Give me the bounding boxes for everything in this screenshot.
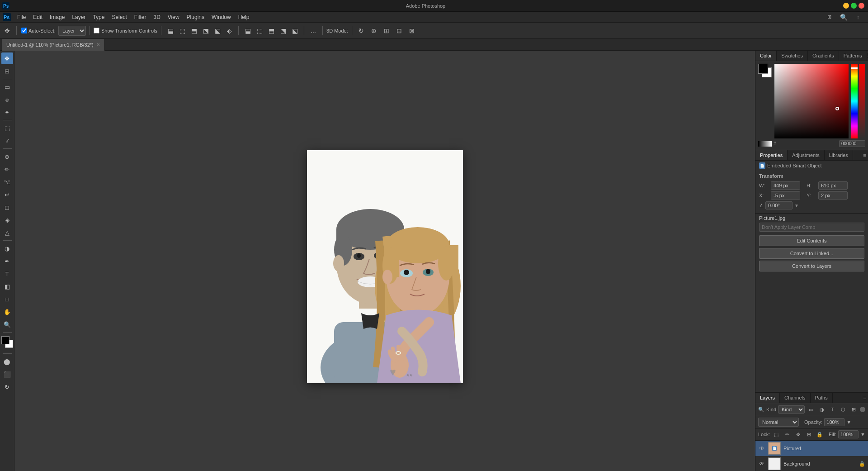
blend-mode-select[interactable]: Normal Dissolve Multiply [758,418,799,427]
workspace-icon[interactable]: ⊞ [824,12,835,23]
move-tool-button[interactable]: ✥ [1,52,13,64]
convert-to-linked-button[interactable]: Convert to Linked... [759,248,864,259]
align-right-button[interactable]: ⬖ [224,25,235,36]
artboard-tool-button[interactable]: ⊞ [1,65,13,77]
height-input[interactable] [818,181,848,190]
spot-heal-button[interactable]: ⊕ [1,151,13,162]
angle-input[interactable] [765,201,793,209]
menu-filter[interactable]: Filter [131,12,150,22]
gradients-tab[interactable]: Gradients [808,51,839,61]
fill-input[interactable] [838,430,859,438]
lock-position-button[interactable]: ✥ [793,430,802,439]
distribute-bottom-button[interactable]: ⬒ [266,25,277,36]
3d-pan-button[interactable]: ⊞ [381,25,392,36]
align-bottom-button[interactable]: ⬒ [189,25,199,36]
maximize-button[interactable] [851,3,857,9]
dodge-tool-button[interactable]: ◑ [1,243,13,254]
align-left-button[interactable]: ⬔ [200,25,211,36]
menu-3d[interactable]: 3D [150,12,164,22]
pen-tool-button[interactable]: ✒ [1,255,13,267]
edit-contents-button[interactable]: Edit Contents [759,235,864,246]
align-middle-button[interactable]: ⬚ [177,25,188,36]
paths-tab[interactable]: Paths [811,393,833,403]
y-input[interactable] [818,191,848,200]
share-icon[interactable]: ↑ [853,12,863,23]
layer-visibility-picture1[interactable]: 👁 [758,445,765,452]
3d-slide-button[interactable]: ⊟ [394,25,405,36]
gradient-saturation-field[interactable] [774,64,849,138]
layer-visibility-background[interactable]: 👁 [758,460,765,467]
minimize-button[interactable] [843,3,849,9]
color-gradient-picker[interactable] [774,64,849,138]
width-input[interactable] [771,181,800,190]
3d-scale-button[interactable]: ⊠ [406,25,417,36]
layer-item-picture1[interactable]: 👁 📄 Picture1 [755,441,868,456]
menu-select[interactable]: Select [108,12,130,22]
opacity-arrow[interactable]: ▼ [846,419,851,425]
convert-to-layers-button[interactable]: Convert to Layers [759,261,864,271]
distribute-vert-button[interactable]: ⬚ [254,25,265,36]
crop-tool-button[interactable]: ⬚ [1,122,13,134]
filter-kind-select[interactable]: Kind [778,405,805,414]
filter-smart-icon[interactable]: ⊞ [849,405,859,414]
color-tab[interactable]: Color [755,51,777,61]
menu-plugins[interactable]: Plugins [183,12,208,22]
rotate-view-button[interactable]: ↻ [1,381,13,393]
brush-tool-button[interactable]: ✏ [1,163,13,175]
type-tool-button[interactable]: T [1,268,13,280]
lock-paint-button[interactable]: ✏ [783,430,792,439]
gradient-tool-button[interactable]: ◈ [1,214,13,226]
lock-artboard-button[interactable]: ⊞ [804,430,813,439]
alpha-strip[interactable] [859,64,865,138]
distribute-left-button[interactable]: ⬔ [278,25,288,36]
3d-orbit-button[interactable]: ⊕ [368,25,379,36]
close-button[interactable] [859,3,864,9]
adjustments-tab[interactable]: Adjustments [788,150,825,160]
hue-strip[interactable] [851,64,858,138]
foreground-color-box[interactable] [758,64,768,74]
search-icon[interactable]: 🔍 [838,12,849,23]
align-top-button[interactable]: ⬓ [165,25,176,36]
tab-close-icon[interactable]: ✕ [96,42,100,47]
lasso-tool-button[interactable]: ⌾ [1,94,13,105]
menu-type[interactable]: Type [89,12,108,22]
menu-edit[interactable]: Edit [29,12,46,22]
menu-file[interactable]: File [14,12,29,22]
layers-panel-collapse[interactable]: ≡ [861,395,868,400]
lock-all-button[interactable]: 🔒 [815,430,824,439]
eraser-tool-button[interactable]: ◻ [1,201,13,213]
3d-rotate-button[interactable]: ↻ [356,25,367,36]
show-transform-checkbox[interactable] [94,28,99,33]
filter-pixel-icon[interactable]: ▭ [807,405,816,414]
x-input[interactable] [771,191,800,200]
properties-tab[interactable]: Properties [755,150,788,160]
screen-mode-button[interactable]: ⬛ [1,368,13,380]
document-tab[interactable]: Untitled-1 @ 110% (Picture1, RGB/32*) ✕ [2,39,105,51]
quick-mask-button[interactable]: ⬤ [1,356,13,367]
hand-tool-button[interactable]: ✋ [1,306,13,318]
menu-view[interactable]: View [164,12,183,22]
swatches-tab[interactable]: Swatches [777,51,808,61]
auto-select-checkbox[interactable]: Auto-Select: [20,25,57,36]
rectangle-tool-button[interactable]: □ [1,293,13,305]
sharpen-tool-button[interactable]: △ [1,227,13,238]
lock-transparent-button[interactable]: ⬚ [772,430,781,439]
filter-shape-icon[interactable]: ⬡ [839,405,848,414]
layers-tab[interactable]: Layers [755,393,780,403]
channels-tab[interactable]: Channels [780,393,810,403]
zoom-tool-button[interactable]: 🔍 [1,319,13,330]
auto-select-input[interactable] [21,28,27,33]
distribute-h-button[interactable]: ⬕ [289,25,300,36]
clone-stamp-button[interactable]: ⌥ [1,176,13,188]
filter-type-icon[interactable]: T [828,405,837,414]
layer-item-background[interactable]: 👁 Background 🔒 [755,456,868,471]
menu-window[interactable]: Window [208,12,235,22]
foreground-color-swatch[interactable] [1,336,9,344]
rectangular-select-button[interactable]: ▭ [1,81,13,93]
filter-adjust-icon[interactable]: ◑ [817,405,826,414]
menu-help[interactable]: Help [235,12,253,22]
history-brush-button[interactable]: ↩ [1,189,13,200]
tool-options-icon[interactable]: ✥ [2,25,13,36]
align-center-h-button[interactable]: ⬕ [212,25,223,36]
properties-panel-collapse[interactable]: ≡ [861,152,868,158]
